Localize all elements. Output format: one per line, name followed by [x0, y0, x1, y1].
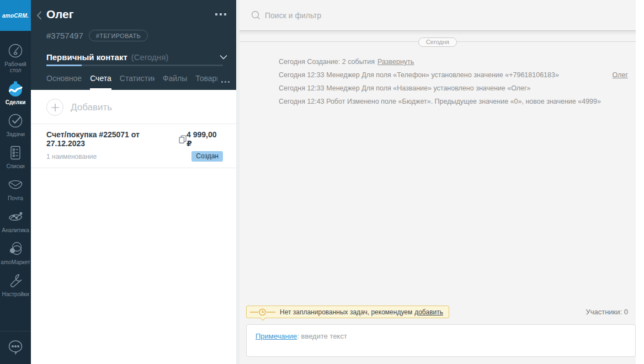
sidebar-nav: Рабочий стол Сделки — [0, 31, 31, 301]
tab-tovary[interactable]: Товары ( — [195, 74, 217, 90]
invoice-title: Счет/покупка #225071 от 27.12.2023 — [46, 130, 176, 148]
event-list: Сегодня Создание: 2 события Развернуть С… — [239, 47, 636, 108]
search-icon — [251, 10, 260, 20]
add-task-link[interactable]: добавить — [414, 308, 443, 316]
sidebar-item-label: Настройки — [2, 291, 29, 297]
mail-icon — [7, 176, 24, 193]
sidebar-item-tasks[interactable]: Задачи — [0, 109, 31, 141]
event-row-phone: Сегодня 12:33 Менеджер Для поля «Телефон… — [279, 68, 628, 82]
sidebar: amoCRM. Рабочий стол — [0, 0, 31, 364]
invoice-status-badge: Создан — [191, 151, 223, 162]
stage-name: Первичный контакт — [46, 52, 127, 62]
date-pill: Сегодня — [418, 38, 457, 47]
sidebar-item-label: Почта — [8, 195, 23, 201]
dashboard-icon — [7, 42, 24, 59]
invoice-amount: 4 999,00 ₽ — [187, 130, 223, 148]
event-text: Сегодня 12:33 Менеджер Для поля «Названи… — [279, 82, 531, 95]
contact-id: #3757497 — [46, 31, 83, 40]
pipeline-stage-selector[interactable]: Первичный контакт (Сегодня) — [46, 52, 227, 62]
sidebar-item-amomarket[interactable]: amoМаркет — [0, 237, 31, 269]
contact-name: Олег — [46, 8, 74, 21]
chat-icon[interactable] — [7, 339, 24, 357]
event-row-name: Сегодня 12:33 Менеджер Для поля «Названи… — [279, 82, 628, 95]
invoices-tab-content: Добавить Счет/покупка #225071 от 27.12.2… — [31, 90, 236, 168]
date-divider: Сегодня — [239, 36, 636, 47]
wrench-icon — [7, 272, 24, 289]
sidebar-item-label: Аналитика — [2, 227, 29, 233]
note-type-link[interactable]: Примечание — [256, 332, 297, 340]
search-placeholder: Поиск и фильтр — [265, 11, 321, 20]
contact-panel: Олег #3757497 #ТЕГИРОВАТЬ Первичный конт… — [31, 0, 236, 364]
copy-icon[interactable] — [179, 135, 187, 143]
participants-count: Участники: 0 — [586, 308, 628, 316]
deals-icon — [7, 81, 24, 97]
clock-icon — [247, 308, 280, 316]
tab-scheta[interactable]: Счета — [90, 74, 111, 90]
notice-tail — [260, 315, 266, 321]
expand-link[interactable]: Развернуть — [377, 55, 414, 68]
tag-button[interactable]: #ТЕГИРОВАТЬ — [89, 30, 148, 41]
sidebar-chat-section — [0, 331, 31, 364]
no-tasks-notice: Нет запланированных задач, рекомендуем д… — [246, 306, 449, 318]
no-tasks-text: Нет запланированных задач, рекомендуем — [280, 308, 412, 316]
sidebar-item-label: Списки — [6, 163, 24, 169]
amocrm-logo[interactable]: amoCRM. — [0, 0, 31, 31]
sidebar-item-analytics[interactable]: Аналитика — [0, 205, 31, 237]
back-icon[interactable] — [36, 10, 42, 23]
sidebar-item-deals[interactable]: Сделки — [0, 77, 31, 109]
app-window: amoCRM. Рабочий стол — [0, 0, 644, 364]
stage-progress-fill — [46, 65, 82, 66]
event-row-creation: Сегодня Создание: 2 события Развернуть — [279, 55, 628, 68]
stage-progress-bar — [46, 65, 223, 66]
check-circle-icon — [7, 113, 24, 129]
sidebar-item-lists[interactable]: Списки — [0, 141, 31, 173]
sidebar-item-label: Сделки — [6, 99, 26, 105]
sidebar-item-mail[interactable]: Почта — [0, 173, 31, 205]
event-text: Сегодня 12:43 Робот Изменено поле «Бюдже… — [279, 95, 601, 108]
chevron-down-icon[interactable] — [220, 52, 227, 62]
more-menu-icon[interactable] — [215, 13, 226, 15]
right-gutter — [636, 0, 644, 364]
timeline-panel: Поиск и фильтр Сегодня Сегодня Создание:… — [239, 0, 636, 364]
add-invoice-button[interactable]: Добавить — [31, 90, 236, 124]
sidebar-item-dashboard[interactable]: Рабочий стол — [0, 39, 31, 77]
event-row-budget: Сегодня 12:43 Робот Изменено поле «Бюдже… — [279, 95, 628, 108]
event-text: Сегодня Создание: 2 события — [279, 55, 375, 68]
note-placeholder: : введите текст — [297, 332, 347, 340]
note-input[interactable]: Примечание: введите текст — [246, 324, 636, 357]
sidebar-item-label: Рабочий стол — [0, 61, 31, 73]
search-shadow — [239, 31, 636, 35]
invoice-row[interactable]: Счет/покупка #225071 от 27.12.2023 4 999… — [31, 124, 236, 168]
sidebar-item-label: Задачи — [6, 131, 25, 137]
tab-faily[interactable]: Файлы — [163, 74, 187, 90]
tabs-overflow-icon[interactable] — [221, 81, 230, 83]
sidebar-item-settings[interactable]: Настройки — [0, 269, 31, 301]
tab-statistika[interactable]: Статистика — [120, 74, 155, 90]
invoice-items-count: 1 наименование — [46, 153, 97, 160]
event-text: Сегодня 12:33 Менеджер Для поля «Телефон… — [279, 68, 559, 82]
contact-tabs: Основное Счета Статистика Файлы Товары ( — [46, 74, 217, 90]
search-input[interactable]: Поиск и фильтр — [239, 0, 636, 31]
contact-link[interactable]: Олег — [613, 68, 628, 82]
sidebar-item-label: amoМаркет — [1, 259, 30, 265]
stage-date: (Сегодня) — [131, 52, 168, 62]
market-icon — [7, 240, 24, 257]
plus-icon — [46, 99, 63, 116]
list-icon — [7, 144, 24, 161]
add-label: Добавить — [71, 102, 112, 113]
contact-header: Олег #3757497 #ТЕГИРОВАТЬ Первичный конт… — [31, 0, 236, 90]
analytics-icon — [7, 208, 24, 225]
tab-osnovnoe[interactable]: Основное — [46, 74, 82, 90]
